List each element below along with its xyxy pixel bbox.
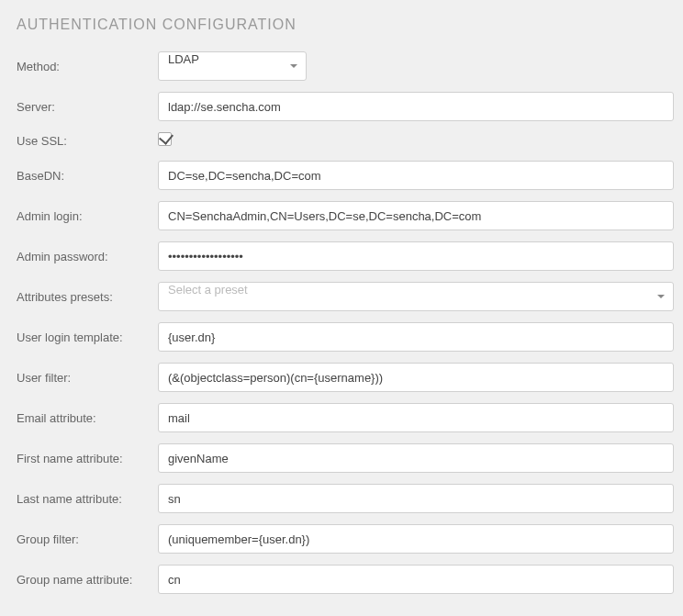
user-login-template-row: User login template: xyxy=(17,322,683,352)
first-name-attribute-row: First name attribute: xyxy=(17,443,683,473)
use-ssl-checkbox[interactable] xyxy=(158,132,172,146)
method-label: Method: xyxy=(17,60,158,73)
base-dn-input[interactable] xyxy=(158,161,674,190)
group-name-attribute-row: Group name attribute: xyxy=(17,565,683,594)
admin-password-row: Admin password: xyxy=(17,241,683,271)
base-dn-row: BaseDN: xyxy=(17,161,683,190)
last-name-attribute-label: Last name attribute: xyxy=(17,492,158,506)
first-name-attribute-label: First name attribute: xyxy=(17,452,158,465)
attributes-presets-label: Attributes presets: xyxy=(17,290,158,304)
last-name-attribute-input[interactable] xyxy=(158,484,674,513)
use-ssl-row: Use SSL: xyxy=(17,132,683,150)
method-select-value: LDAP xyxy=(158,51,307,81)
panel-title: AUTHENTICATION CONFIGURATION xyxy=(0,0,683,51)
user-filter-input[interactable] xyxy=(158,363,674,392)
group-name-attribute-input[interactable] xyxy=(158,565,674,594)
attributes-presets-row: Attributes presets: Select a preset xyxy=(17,282,683,311)
email-attribute-row: Email attribute: xyxy=(17,403,683,432)
admin-login-row: Admin login: xyxy=(17,201,683,230)
method-row: Method: LDAP xyxy=(17,51,683,81)
server-input[interactable] xyxy=(158,92,674,121)
auth-config-panel: AUTHENTICATION CONFIGURATION Method: LDA… xyxy=(0,0,683,594)
attributes-presets-select[interactable]: Select a preset xyxy=(158,282,674,311)
user-filter-row: User filter: xyxy=(17,363,683,392)
group-filter-row: Group filter: xyxy=(17,524,683,554)
use-ssl-label: Use SSL: xyxy=(17,134,158,148)
auth-config-form: Method: LDAP Server: Use SSL: BaseDN: xyxy=(0,51,683,594)
server-label: Server: xyxy=(17,100,158,114)
admin-login-label: Admin login: xyxy=(17,209,158,223)
method-select[interactable]: LDAP xyxy=(158,51,307,81)
admin-login-input[interactable] xyxy=(158,201,674,230)
email-attribute-input[interactable] xyxy=(158,403,674,432)
base-dn-label: BaseDN: xyxy=(17,169,158,183)
group-filter-label: Group filter: xyxy=(17,532,158,546)
admin-password-input[interactable] xyxy=(158,241,674,271)
server-row: Server: xyxy=(17,92,683,121)
last-name-attribute-row: Last name attribute: xyxy=(17,484,683,513)
email-attribute-label: Email attribute: xyxy=(17,411,158,425)
admin-password-label: Admin password: xyxy=(17,250,158,263)
attributes-presets-value: Select a preset xyxy=(158,282,674,311)
group-filter-input[interactable] xyxy=(158,524,674,554)
group-name-attribute-label: Group name attribute: xyxy=(17,573,158,587)
first-name-attribute-input[interactable] xyxy=(158,443,674,473)
user-login-template-input[interactable] xyxy=(158,322,674,352)
user-filter-label: User filter: xyxy=(17,371,158,385)
user-login-template-label: User login template: xyxy=(17,330,158,344)
